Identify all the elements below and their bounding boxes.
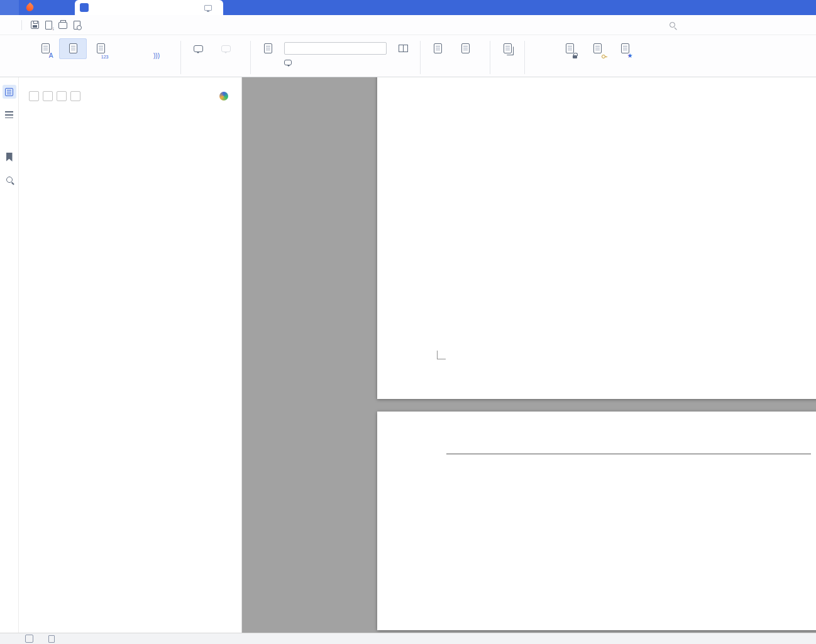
toc-expand-icon[interactable]	[57, 91, 67, 101]
docer-tab[interactable]	[19, 0, 75, 15]
spell-check-icon	[25, 635, 33, 643]
status-spell-check[interactable]	[25, 635, 38, 643]
status-doc-proofread[interactable]	[48, 635, 57, 643]
save-icon	[31, 21, 39, 29]
doc-proofread-button[interactable]: A	[31, 38, 59, 59]
bookmark-icon	[6, 153, 13, 161]
header-rule	[446, 454, 811, 454]
word-count-button[interactable]: 123	[87, 38, 114, 59]
print-icon	[58, 22, 67, 29]
quick-access-toolbar	[26, 21, 101, 30]
read-aloud-button[interactable]: )))	[142, 38, 170, 59]
accept-icon	[434, 40, 442, 57]
doc-permission-icon	[593, 40, 602, 57]
menubar	[0, 15, 816, 35]
comment-nav-column	[240, 38, 247, 68]
toc-collapse-all-icon[interactable]	[43, 91, 53, 101]
compare-icon	[504, 40, 512, 57]
key-icon	[602, 55, 605, 58]
insert-comment-button[interactable]	[184, 38, 212, 59]
next-change-button[interactable]	[482, 56, 484, 68]
show-markup-icon	[284, 60, 292, 65]
prev-change-button[interactable]	[482, 42, 484, 54]
side-icon-strip	[0, 77, 19, 633]
doc-certification-button[interactable]: ★	[611, 38, 639, 59]
outline-icon	[5, 111, 13, 118]
track-changes-icon	[264, 40, 272, 57]
ribbon: A 123 )))	[0, 36, 816, 77]
lock-icon	[573, 55, 577, 58]
markup-state-select[interactable]	[284, 42, 387, 55]
convert-column	[170, 38, 177, 68]
doc-permission-button[interactable]	[583, 38, 611, 59]
next-comment-button[interactable]	[242, 56, 245, 68]
monitor-icon[interactable]	[204, 5, 212, 11]
margin-crop-mark	[437, 351, 446, 359]
home-tab[interactable]	[0, 0, 19, 15]
document-page-20[interactable]	[377, 77, 816, 399]
toc-tree	[19, 106, 241, 633]
divider	[21, 20, 22, 30]
print-preview-button[interactable]	[74, 21, 80, 30]
restrict-editing-icon	[566, 40, 574, 57]
divider	[250, 41, 251, 74]
restrict-editing-button[interactable]	[556, 38, 583, 59]
bookmark-toggle[interactable]	[3, 150, 16, 164]
accept-button[interactable]	[424, 38, 451, 59]
doc-certification-icon: ★	[621, 40, 629, 57]
toc-collapse-icon[interactable]	[70, 91, 80, 101]
main-area	[0, 77, 816, 633]
search-icon	[6, 177, 13, 183]
divider	[490, 41, 490, 74]
doc-proofread-icon: A	[41, 40, 50, 57]
prev-comment-button[interactable]	[242, 42, 245, 54]
search-icon	[670, 22, 675, 28]
reject-button[interactable]	[451, 38, 479, 59]
export-icon	[45, 21, 52, 30]
delete-comment-button[interactable]	[212, 38, 240, 59]
reject-icon	[461, 40, 470, 57]
find-toggle[interactable]	[3, 173, 16, 187]
print-preview-icon	[74, 21, 80, 30]
change-nav-column	[479, 38, 487, 68]
outline-toggle[interactable]	[3, 107, 16, 121]
doc-proofread-icon	[48, 635, 55, 643]
docer-flame-icon	[25, 3, 35, 13]
trad-to-simp-button[interactable]	[172, 42, 175, 54]
translate-button[interactable]	[114, 38, 142, 59]
insert-comment-icon	[194, 40, 203, 57]
track-changes-button[interactable]	[254, 38, 282, 59]
divider	[180, 41, 181, 74]
divider	[524, 41, 525, 74]
window-tabbar	[0, 0, 816, 15]
wps-window: A 123 )))	[0, 0, 816, 644]
new-tab-button[interactable]	[223, 0, 238, 15]
toc-panel-toggle[interactable]	[3, 85, 16, 99]
delete-comment-icon	[221, 40, 231, 57]
export-button[interactable]	[45, 21, 52, 30]
document-tab[interactable]	[75, 0, 223, 15]
review-pane-button[interactable]	[389, 38, 417, 59]
document-canvas[interactable]	[242, 77, 816, 633]
word-count-icon: 123	[97, 40, 105, 57]
correction-service-button[interactable]	[59, 38, 87, 59]
divider	[420, 41, 421, 74]
save-button[interactable]	[31, 21, 39, 29]
smart-recognize-button[interactable]	[219, 92, 231, 101]
toc-toolbar	[19, 87, 241, 106]
review-pane-icon	[399, 40, 408, 57]
show-markup-button[interactable]	[284, 57, 387, 68]
wps-writer-icon	[80, 3, 89, 12]
toc-select-icon[interactable]	[29, 91, 39, 101]
print-button[interactable]	[58, 21, 67, 29]
markup-column	[282, 38, 389, 68]
compare-button[interactable]	[493, 38, 521, 59]
toc-panel-icon	[5, 88, 13, 96]
document-page-21[interactable]	[377, 412, 816, 630]
ink-button[interactable]	[528, 38, 556, 59]
toc-panel	[19, 77, 242, 633]
simp-to-trad-button[interactable]	[172, 56, 175, 68]
spell-check-button[interactable]	[4, 38, 31, 59]
command-search[interactable]	[670, 22, 679, 28]
correction-service-icon	[69, 40, 77, 57]
